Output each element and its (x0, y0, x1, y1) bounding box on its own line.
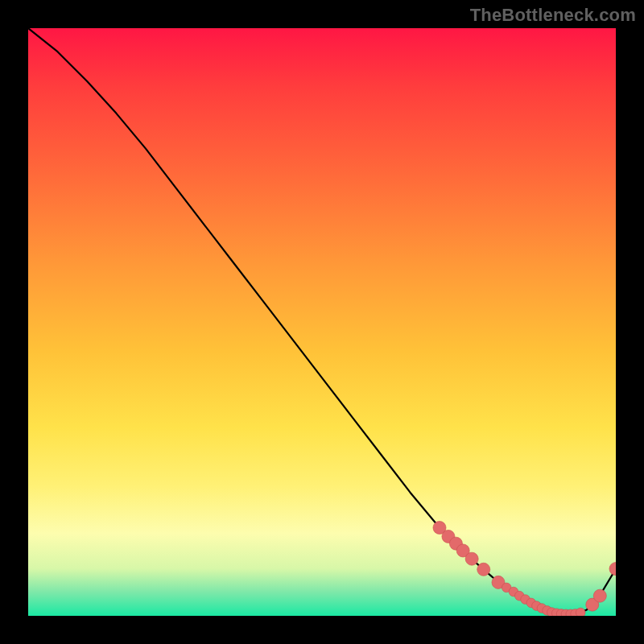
data-marker (609, 563, 616, 576)
curve-path (28, 28, 616, 614)
data-marker (465, 552, 478, 565)
watermark-label: TheBottleneck.com (470, 5, 636, 26)
data-marker (477, 563, 490, 576)
data-marker (576, 608, 585, 616)
data-marker (593, 589, 606, 602)
bottleneck-curve-chart (28, 28, 616, 616)
chart-plot-area (28, 28, 616, 616)
